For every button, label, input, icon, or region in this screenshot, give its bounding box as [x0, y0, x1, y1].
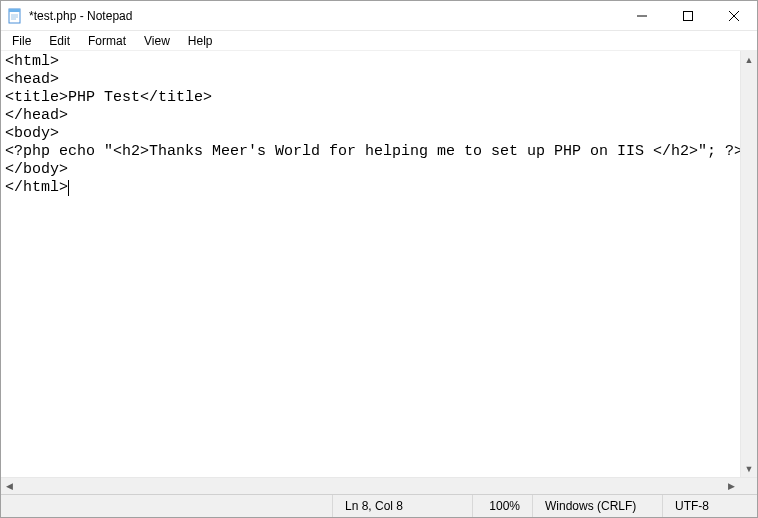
scroll-track[interactable] [741, 68, 757, 460]
svg-rect-1 [9, 9, 20, 12]
titlebar: *test.php - Notepad [1, 1, 757, 31]
vertical-scrollbar[interactable]: ▲ ▼ [740, 51, 757, 477]
window-title: *test.php - Notepad [29, 9, 132, 23]
svg-rect-6 [684, 11, 693, 20]
status-lncol: Ln 8, Col 8 [332, 495, 472, 517]
minimize-button[interactable] [619, 1, 665, 31]
scroll-down-icon[interactable]: ▼ [741, 460, 757, 477]
scroll-left-icon[interactable]: ◀ [1, 478, 18, 494]
horizontal-scrollbar[interactable]: ◀ ▶ [1, 477, 757, 494]
editor-wrap: <html><head><title>PHP Test</title></hea… [1, 51, 757, 477]
menu-format[interactable]: Format [79, 33, 135, 49]
status-encoding: UTF-8 [662, 495, 757, 517]
status-zoom: 100% [472, 495, 532, 517]
maximize-button[interactable] [665, 1, 711, 31]
text-cursor [68, 180, 69, 196]
scroll-corner [740, 478, 757, 494]
scroll-right-icon[interactable]: ▶ [723, 478, 740, 494]
menubar: File Edit Format View Help [1, 31, 757, 51]
menu-file[interactable]: File [3, 33, 40, 49]
notepad-icon [7, 8, 23, 24]
scroll-track[interactable] [18, 478, 723, 494]
close-button[interactable] [711, 1, 757, 31]
text-editor[interactable]: <html><head><title>PHP Test</title></hea… [1, 51, 740, 477]
status-eol: Windows (CRLF) [532, 495, 662, 517]
menu-edit[interactable]: Edit [40, 33, 79, 49]
menu-help[interactable]: Help [179, 33, 222, 49]
statusbar: Ln 8, Col 8 100% Windows (CRLF) UTF-8 [1, 494, 757, 517]
status-spacer [1, 495, 332, 517]
scroll-up-icon[interactable]: ▲ [741, 51, 757, 68]
menu-view[interactable]: View [135, 33, 179, 49]
